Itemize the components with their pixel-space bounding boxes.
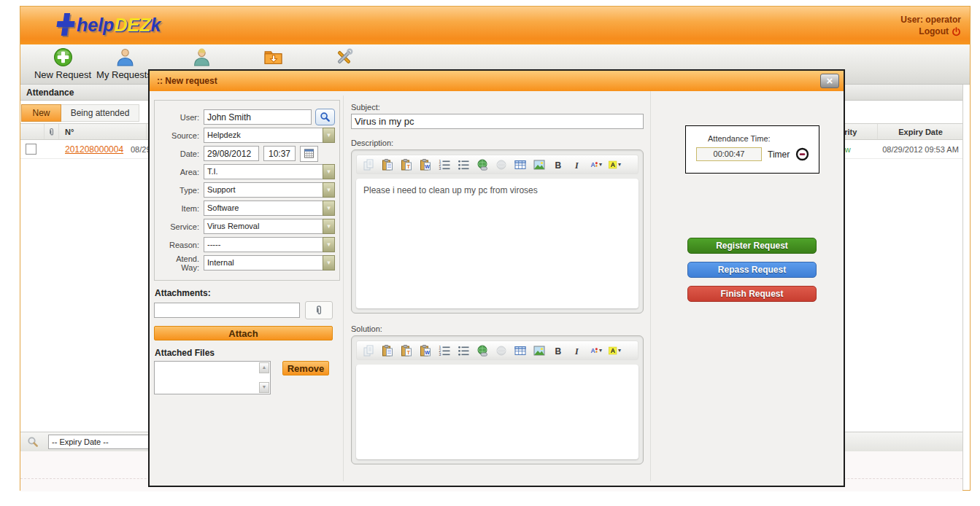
copy-icon[interactable] xyxy=(362,158,374,171)
modal-title: :: New request xyxy=(157,76,217,86)
solution-editor-toolbar: ▾▾ xyxy=(356,340,638,360)
highlight-icon[interactable]: ▾ xyxy=(609,344,621,357)
bold-icon[interactable] xyxy=(552,158,564,171)
description-editor: ▾▾ Please i need to clean up my pc from … xyxy=(351,149,644,314)
tools-icon xyxy=(334,47,354,67)
image-icon[interactable] xyxy=(533,344,545,357)
bold-icon[interactable] xyxy=(552,344,564,357)
table-icon[interactable] xyxy=(514,344,526,357)
scroll-up-icon[interactable]: ▲ xyxy=(259,362,269,373)
image-icon[interactable] xyxy=(533,158,545,171)
calendar-button[interactable] xyxy=(300,146,318,162)
paste-word-icon[interactable] xyxy=(419,344,431,357)
user-field[interactable]: John Smith xyxy=(204,109,312,125)
register-request-button[interactable]: Register Request xyxy=(687,238,817,254)
toolbar-item-archive[interactable] xyxy=(258,47,288,69)
row-checkbox[interactable] xyxy=(26,144,36,155)
remove-button[interactable]: Remove xyxy=(282,361,329,375)
subject-field[interactable]: Virus in my pc xyxy=(351,114,644,129)
field-row-item: Item: Software ▾ xyxy=(158,200,336,217)
type-label: Type: xyxy=(158,186,204,195)
paste-icon[interactable] xyxy=(381,344,393,357)
row-expiry-date: 08/29/2012 09:53 AM xyxy=(878,145,963,154)
paste-word-icon[interactable] xyxy=(419,158,431,171)
attached-files-listbox[interactable]: ▲ ▼ xyxy=(154,361,271,394)
logo-text-help: help xyxy=(77,15,114,35)
paste-text-icon[interactable] xyxy=(400,344,412,357)
tab-being-attended[interactable]: Being attended xyxy=(61,104,139,122)
font-color-icon[interactable]: ▾ xyxy=(590,158,602,171)
source-select[interactable]: Helpdezk ▾ xyxy=(204,128,335,143)
logout-button[interactable]: Logout xyxy=(900,26,961,37)
description-editor-toolbar: ▾▾ xyxy=(356,155,638,174)
finish-request-button[interactable]: Finish Request xyxy=(687,286,817,302)
item-select[interactable]: Software ▾ xyxy=(204,201,335,216)
expiry-column-header[interactable]: Expiry Date xyxy=(878,124,963,139)
link-icon[interactable] xyxy=(476,158,488,171)
request-fieldset: User: John Smith Source: Helpdezk ▾ xyxy=(154,100,340,281)
font-color-icon[interactable]: ▾ xyxy=(590,344,602,357)
paperclip-icon xyxy=(47,127,56,137)
browse-file-button[interactable] xyxy=(305,301,333,319)
modal-right-column: Attendance Time: 00:00:47 Timer Register… xyxy=(652,91,844,486)
type-value: Support xyxy=(204,182,323,198)
toolbar-item-new-request[interactable]: New Request xyxy=(23,47,102,80)
tab-new[interactable]: New xyxy=(21,104,61,122)
date-field[interactable]: 29/08/2012 xyxy=(204,146,259,161)
attach-button[interactable]: Attach xyxy=(154,326,333,340)
attachment-file-field[interactable] xyxy=(154,303,300,318)
area-select[interactable]: T.I. ▾ xyxy=(204,164,335,179)
time-field[interactable]: 10:37 xyxy=(263,146,296,161)
repass-request-button[interactable]: Repass Request xyxy=(687,262,817,278)
unordered-list-icon[interactable] xyxy=(457,158,469,171)
unlink-icon[interactable] xyxy=(495,158,507,171)
scroll-down-icon[interactable]: ▼ xyxy=(259,382,269,393)
type-select[interactable]: Support ▾ xyxy=(204,182,335,198)
atend-way-label: Atend. Way: xyxy=(158,254,204,272)
table-icon[interactable] xyxy=(514,158,526,171)
toolbar-item-attendant[interactable] xyxy=(187,47,216,69)
service-label: Service: xyxy=(158,222,204,231)
helpdezk-logo: helpDEZk xyxy=(55,12,161,37)
timer-stop-icon[interactable] xyxy=(795,147,809,161)
toolbar-item-label: My Requests xyxy=(96,69,152,80)
number-column-header[interactable]: N° xyxy=(59,124,147,139)
attached-files-row: ▲ ▼ Remove xyxy=(154,361,340,394)
solution-textarea[interactable] xyxy=(356,365,638,459)
user-search-button[interactable] xyxy=(315,109,335,125)
attendance-time-row: 00:00:47 Timer xyxy=(696,147,819,161)
atend-way-value: Internal xyxy=(204,255,323,270)
ordered-list-icon[interactable] xyxy=(438,158,450,171)
modal-left-column: User: John Smith Source: Helpdezk ▾ xyxy=(154,96,344,481)
timer-label: Timer xyxy=(768,149,790,160)
paste-icon[interactable] xyxy=(381,158,393,171)
chevron-down-icon: ▾ xyxy=(323,164,335,179)
field-row-source: Source: Helpdezk ▾ xyxy=(158,127,336,144)
close-button[interactable]: × xyxy=(820,74,839,88)
search-icon[interactable] xyxy=(27,436,39,448)
ordered-list-icon[interactable] xyxy=(438,344,450,357)
link-icon[interactable] xyxy=(476,344,488,357)
description-textarea[interactable]: Please i need to clean up my pc from vir… xyxy=(356,179,638,308)
toolbar-item-my-requests[interactable]: My Requests xyxy=(93,47,155,80)
attached-files-label: Attached Files xyxy=(155,348,339,358)
description-label: Description: xyxy=(351,139,644,147)
woman-person-icon xyxy=(192,47,212,67)
italic-icon[interactable] xyxy=(571,158,583,171)
copy-icon[interactable] xyxy=(362,344,374,357)
area-label: Area: xyxy=(158,168,204,176)
modal-title-bar: :: New request × xyxy=(150,71,844,91)
request-number-link[interactable]: 201208000004 xyxy=(65,144,123,155)
field-row-area: Area: T.I. ▾ xyxy=(158,163,336,180)
logo-text-k: k xyxy=(150,15,161,35)
paste-text-icon[interactable] xyxy=(400,158,412,171)
highlight-icon[interactable]: ▾ xyxy=(609,158,621,171)
italic-icon[interactable] xyxy=(571,344,583,357)
reason-select[interactable]: ----- ▾ xyxy=(204,237,335,252)
toolbar-item-admin[interactable] xyxy=(329,47,358,69)
modal-middle-column: Subject: Virus in my pc Description: ▾▾ … xyxy=(344,91,651,481)
atend-way-select[interactable]: Internal ▾ xyxy=(204,255,335,270)
unordered-list-icon[interactable] xyxy=(457,344,469,357)
unlink-icon[interactable] xyxy=(495,344,507,357)
service-select[interactable]: Virus Removal ▾ xyxy=(204,219,335,234)
